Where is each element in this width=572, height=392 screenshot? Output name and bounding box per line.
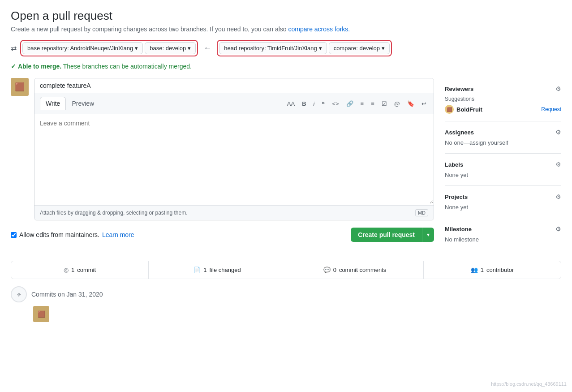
avatar: 🟫 xyxy=(11,78,29,96)
contributors-icon: 👥 xyxy=(471,267,478,273)
md-badge: MD xyxy=(415,209,428,216)
comments-icon: 💬 xyxy=(323,267,331,273)
form-footer: Allow edits from maintainers. Learn more… xyxy=(11,222,434,242)
commits-icon: ◎ xyxy=(64,267,69,273)
comment-textarea[interactable] xyxy=(34,114,434,204)
task-icon[interactable]: ☑ xyxy=(380,99,389,108)
labels-header: Labels ⚙ xyxy=(445,161,561,168)
heading-icon[interactable]: AA xyxy=(285,99,297,108)
pr-form-section: 🟫 Write Preview AA B xyxy=(11,78,434,242)
commits-header: ⎆ Commits on Jan 31, 2020 xyxy=(11,286,561,302)
maintainers-checkbox-label[interactable]: Allow edits from maintainers. Learn more xyxy=(11,231,134,238)
projects-title: Projects xyxy=(445,194,468,200)
milestone-block: Milestone ⚙ No milestone xyxy=(445,218,561,250)
reviewer-name: BoldFruit xyxy=(456,106,482,113)
form-with-avatar: 🟫 Write Preview AA B xyxy=(11,78,434,220)
base-repo-selector[interactable]: base repository: AndroidNeuqer/JinXiang … xyxy=(22,42,143,54)
ref-icon[interactable]: 🔖 xyxy=(405,99,416,108)
comments-count: 0 xyxy=(333,267,336,273)
labels-block: Labels ⚙ None yet xyxy=(445,154,561,186)
commits-date: Commits on Jan 31, 2020 xyxy=(31,291,103,298)
milestone-header: Milestone ⚙ xyxy=(445,225,561,233)
head-selector-group: head repository: TimidFruit/JinXiang ▾ c… xyxy=(217,40,392,56)
commits-section: ⎆ Commits on Jan 31, 2020 🟫 xyxy=(11,286,561,322)
pr-title-input[interactable] xyxy=(34,78,434,93)
head-repo-caret: ▾ xyxy=(319,45,322,52)
assignees-header: Assignees ⚙ xyxy=(445,129,561,136)
pr-form-box: Write Preview AA B i ❝ <> 🔗 ≡ ≡ ☑ xyxy=(34,78,434,220)
editor-tabs: Write Preview AA B i ❝ <> 🔗 ≡ ≡ ☑ xyxy=(34,93,434,114)
reviewers-title: Reviewers xyxy=(445,86,473,92)
milestone-gear-icon[interactable]: ⚙ xyxy=(555,225,561,233)
bold-icon[interactable]: B xyxy=(300,99,308,108)
merge-message: These branches can be automatically merg… xyxy=(63,63,192,70)
compare-branch-label: compare: develop xyxy=(334,45,380,52)
mention-icon[interactable]: @ xyxy=(392,99,402,108)
commits-label: commit xyxy=(77,267,96,273)
tab-preview[interactable]: Preview xyxy=(66,97,100,110)
arrow-left-icon: ← xyxy=(203,43,211,53)
files-stat[interactable]: 📄 1 file changed xyxy=(149,261,286,279)
maintainers-checkbox[interactable] xyxy=(11,232,17,238)
commits-stat[interactable]: ◎ 1 commit xyxy=(11,261,149,279)
merge-status: ✓ Able to merge. These branches can be a… xyxy=(11,63,561,70)
tabs-left: Write Preview xyxy=(40,97,100,110)
merge-status-text: Able to merge. xyxy=(18,63,61,70)
reviewers-gear-icon[interactable]: ⚙ xyxy=(555,85,561,92)
base-branch-caret: ▾ xyxy=(188,45,191,52)
reviewer-avatar: 🟫 xyxy=(445,105,454,114)
subtitle-text: Create a new pull request by comparing c… xyxy=(11,26,287,33)
link-icon[interactable]: 🔗 xyxy=(344,99,355,108)
tab-write[interactable]: Write xyxy=(40,97,66,110)
comments-stat[interactable]: 💬 0 commit comments xyxy=(286,261,424,279)
reviewers-block: Reviewers ⚙ Suggestions 🟫 BoldFruit Requ… xyxy=(445,78,561,121)
page-subtitle: Create a new pull request by comparing c… xyxy=(11,26,561,33)
head-repo-label: head repository: TimidFruit/JinXiang xyxy=(224,45,317,52)
compare-branch-selector[interactable]: compare: develop ▾ xyxy=(329,42,390,54)
assignees-gear-icon[interactable]: ⚙ xyxy=(555,129,561,136)
reviewer-info: 🟫 BoldFruit xyxy=(445,105,482,114)
head-repo-selector[interactable]: head repository: TimidFruit/JinXiang ▾ xyxy=(219,42,327,54)
reply-icon[interactable]: ↩ xyxy=(420,99,428,108)
reviewers-meta: Suggestions xyxy=(445,96,561,102)
attach-text: Attach files by dragging & dropping, sel… xyxy=(40,210,188,216)
assignees-block: Assignees ⚙ No one—assign yourself xyxy=(445,121,561,154)
contributors-label: contributor xyxy=(486,267,514,273)
base-branch-label: base: develop xyxy=(150,45,186,52)
compare-forks-link[interactable]: compare across forks. xyxy=(288,26,350,33)
labels-value: None yet xyxy=(445,172,561,178)
base-repo-label: base repository: AndroidNeuqer/JinXiang xyxy=(27,45,133,52)
base-selector-group: base repository: AndroidNeuqer/JinXiang … xyxy=(20,40,198,56)
stats-bar: ◎ 1 commit 📄 1 file changed 💬 0 commit c… xyxy=(11,261,561,279)
italic-icon[interactable]: i xyxy=(312,99,317,108)
commits-count: 1 xyxy=(71,267,74,273)
bullets-icon[interactable]: ≡ xyxy=(359,99,366,108)
check-icon: ✓ xyxy=(11,63,16,70)
labels-title: Labels xyxy=(445,161,463,168)
create-btn-group: Create pull request ▾ xyxy=(351,228,434,242)
quote-icon[interactable]: ❝ xyxy=(320,99,327,108)
projects-block: Projects ⚙ None yet xyxy=(445,186,561,218)
comments-label: commit comments xyxy=(339,267,386,273)
commit-author-avatar: 🟫 xyxy=(33,306,49,322)
create-pr-caret[interactable]: ▾ xyxy=(422,228,434,242)
milestone-value: No milestone xyxy=(445,236,561,243)
base-branch-selector[interactable]: base: develop ▾ xyxy=(145,42,196,54)
attach-area: Attach files by dragging & dropping, sel… xyxy=(34,205,434,220)
learn-more-link[interactable]: Learn more xyxy=(102,231,134,238)
create-pr-button[interactable]: Create pull request xyxy=(351,228,422,242)
files-label: file changed xyxy=(210,267,241,273)
numbered-icon[interactable]: ≡ xyxy=(369,99,376,108)
base-repo-caret: ▾ xyxy=(135,45,138,52)
files-icon: 📄 xyxy=(194,267,201,273)
reviewer-row: 🟫 BoldFruit Request xyxy=(445,105,561,114)
compare-branch-caret: ▾ xyxy=(382,45,385,52)
code-icon[interactable]: <> xyxy=(330,99,340,108)
labels-gear-icon[interactable]: ⚙ xyxy=(555,161,561,168)
milestone-title: Milestone xyxy=(445,226,472,233)
request-link[interactable]: Request xyxy=(541,106,561,112)
projects-gear-icon[interactable]: ⚙ xyxy=(555,193,561,200)
checkbox-text: Allow edits from maintainers. xyxy=(19,231,99,238)
contributors-stat[interactable]: 👥 1 contributor xyxy=(424,261,561,279)
main-layout: 🟫 Write Preview AA B xyxy=(11,78,561,250)
